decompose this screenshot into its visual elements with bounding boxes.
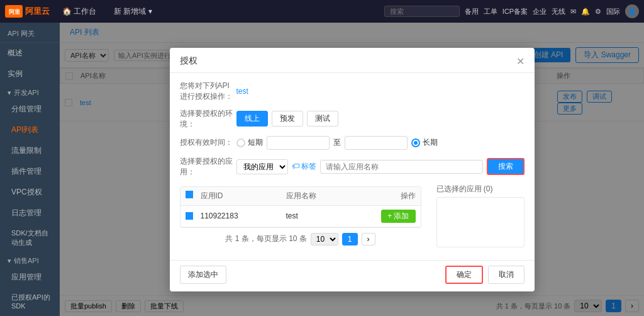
operation-label: 您将对下列API进行授权操作：: [180, 81, 236, 102]
main-layout: API 网关 概述 实例 ▾ 开发API 分组管理 API列表 流量限制 插件管…: [0, 23, 644, 316]
radio-long-term[interactable]: 长期: [411, 137, 438, 148]
col-app-id: 应用ID: [201, 191, 286, 201]
validity-label: 授权有效时间：: [180, 137, 236, 148]
date-end-input[interactable]: [345, 136, 408, 150]
app-row: 选择要授权的应用： 我的应用 🏷 标签 搜索: [180, 156, 525, 178]
sidebar-group-sellapi[interactable]: ▾ 销售API: [0, 252, 60, 267]
tag-icon: 🏷 标签: [292, 161, 316, 172]
search-button[interactable]: 搜索: [487, 158, 525, 175]
nav-right-section: 备用 工单 ICP备案 企业 无线 ✉ 🔔 ⚙ 国际 👤: [384, 4, 639, 18]
sidebar-item-flow-limit[interactable]: 流量限制: [0, 140, 60, 161]
nav-gear-icon[interactable]: ⚙: [595, 8, 601, 16]
nav-message-icon[interactable]: ✉: [570, 8, 576, 16]
add-app-button-0[interactable]: + 添加: [381, 210, 415, 223]
nav-workbench[interactable]: 🏠 工作台: [57, 6, 101, 17]
nav-ticket[interactable]: 工单: [484, 7, 497, 16]
sidebar-item-group-mgmt[interactable]: 分组管理: [0, 99, 60, 120]
env-test-button[interactable]: 测试: [307, 111, 338, 127]
validity-row: 授权有效时间： 短期 至 长期: [180, 136, 525, 150]
add-selected-button[interactable]: 添加选中: [180, 266, 226, 284]
env-row: 选择要授权的环境： 线上 预发 测试: [180, 108, 525, 130]
modal-header: 授权 ✕: [170, 48, 535, 73]
env-online-button[interactable]: 线上: [236, 111, 268, 127]
logo[interactable]: 阿里 阿里云: [5, 5, 50, 18]
operation-row: 您将对下列API进行授权操作： test: [180, 81, 525, 102]
result-app-name-0: test: [286, 212, 372, 220]
result-table-header: 应用ID 应用名称 操作: [180, 187, 421, 206]
chevron-down-icon-2: ▾: [8, 257, 11, 265]
sidebar-item-api-list[interactable]: API列表: [0, 120, 60, 140]
avatar[interactable]: 👤: [625, 4, 639, 18]
cancel-button[interactable]: 取消: [488, 266, 525, 284]
sidebar-item-plugin-mgmt[interactable]: 插件管理: [0, 161, 60, 182]
radio-short-term[interactable]: 短期: [236, 137, 263, 148]
modal-page-1[interactable]: 1: [342, 233, 358, 245]
header-checkbox[interactable]: [186, 191, 193, 198]
radio-short-dot: [236, 138, 245, 147]
date-start-input[interactable]: [267, 136, 330, 150]
radio-long-dot: [411, 138, 420, 147]
result-row-check: [186, 212, 201, 220]
results-section: 应用ID 应用名称 操作 110922183 test: [180, 184, 525, 247]
sidebar-item-overview[interactable]: 概述: [0, 43, 60, 64]
logo-text: 阿里云: [25, 6, 50, 17]
radio-long-label: 长期: [423, 137, 438, 148]
col-app-action: 操作: [372, 191, 416, 201]
right-section-title: 已选择的应用 (0): [436, 184, 525, 195]
result-add-action-0: + 添加: [372, 210, 416, 223]
app-type-select[interactable]: 我的应用: [236, 159, 288, 174]
selected-apps-container: [436, 197, 525, 247]
sidebar-item-instance[interactable]: 实例: [0, 64, 60, 84]
modal-close-button[interactable]: ✕: [516, 55, 525, 67]
app-filters: 我的应用 🏷 标签 搜索: [236, 158, 525, 175]
env-buttons: 线上 预发 测试: [236, 111, 525, 127]
modal-page-next[interactable]: ›: [362, 233, 375, 245]
top-navigation: 阿里 阿里云 🏠 工作台 新 新增域 ▾ 备用 工单 ICP备案 企业 无线 ✉…: [0, 0, 644, 23]
sidebar-item-log[interactable]: 日志管理: [0, 203, 60, 223]
modal-overlay: 授权 ✕ 您将对下列API进行授权操作： test 选择要授权的环境： 线上: [60, 23, 644, 316]
result-app-id-0: 110922183: [201, 212, 286, 220]
nav-wireless[interactable]: 无线: [552, 7, 565, 16]
operation-value: test: [236, 87, 248, 96]
auth-modal: 授权 ✕ 您将对下列API进行授权操作： test 选择要授权的环境： 线上: [170, 48, 535, 291]
date-separator: 至: [333, 137, 341, 148]
home-icon: 🏠: [62, 7, 72, 16]
modal-page-select[interactable]: 10: [311, 233, 338, 245]
result-table: 应用ID 应用名称 操作 110922183 test: [180, 186, 421, 228]
radio-short-label: 短期: [248, 137, 263, 148]
nav-backup[interactable]: 备用: [465, 7, 479, 16]
sidebar-item-app-mgmt[interactable]: 应用管理: [0, 267, 60, 288]
result-checkbox-0[interactable]: [186, 212, 193, 220]
modal-page-total: 共 1 条，每页显示 10 条: [225, 234, 306, 244]
env-preview-button[interactable]: 预发: [272, 111, 303, 127]
sidebar: API 网关 概述 实例 ▾ 开发API 分组管理 API列表 流量限制 插件管…: [0, 23, 60, 316]
confirm-button[interactable]: 确定: [445, 266, 483, 284]
nav-bell-icon[interactable]: 🔔: [581, 8, 590, 16]
svg-text:阿里: 阿里: [9, 9, 20, 15]
sidebar-item-vpc[interactable]: VPC授权: [0, 182, 60, 203]
result-row-0: 110922183 test + 添加: [180, 206, 421, 227]
col-app-name: 应用名称: [286, 191, 372, 201]
nav-lang[interactable]: 国际: [606, 7, 620, 16]
sidebar-item-authed-sdk[interactable]: 已授权API的SDK: [0, 288, 60, 315]
sidebar-group-devapi[interactable]: ▾ 开发API: [0, 84, 60, 99]
modal-pagination: 共 1 条，每页显示 10 条 10 1 ›: [180, 233, 421, 245]
modal-body: 您将对下列API进行授权操作： test 选择要授权的环境： 线上 预发 测试: [170, 73, 535, 255]
sidebar-group-sell-label: 销售API: [14, 256, 39, 266]
sidebar-item-sdk[interactable]: SDK/文档自动生成: [0, 223, 60, 252]
right-selected-section: 已选择的应用 (0): [436, 184, 525, 247]
chevron-down-icon: ▾: [8, 89, 11, 97]
nav-domain[interactable]: 新 新增域 ▾: [109, 6, 157, 17]
nav-enterprise[interactable]: 企业: [533, 7, 547, 16]
nav-icp[interactable]: ICP备案: [502, 7, 528, 16]
content-area: API 列表 API名称 发布 下线 创建 API 导入 Swagg: [60, 23, 644, 316]
logo-icon: 阿里: [5, 5, 23, 18]
sidebar-title: API 网关: [0, 23, 60, 43]
header-check-col: [186, 191, 201, 201]
env-label: 选择要授权的环境：: [180, 108, 236, 130]
result-table-container: 应用ID 应用名称 操作 110922183 test: [180, 184, 421, 247]
app-search-input[interactable]: [320, 160, 483, 174]
modal-footer: 添加选中 确定 取消: [170, 260, 535, 291]
modal-title: 授权: [180, 55, 197, 67]
global-search-input[interactable]: [384, 6, 460, 17]
